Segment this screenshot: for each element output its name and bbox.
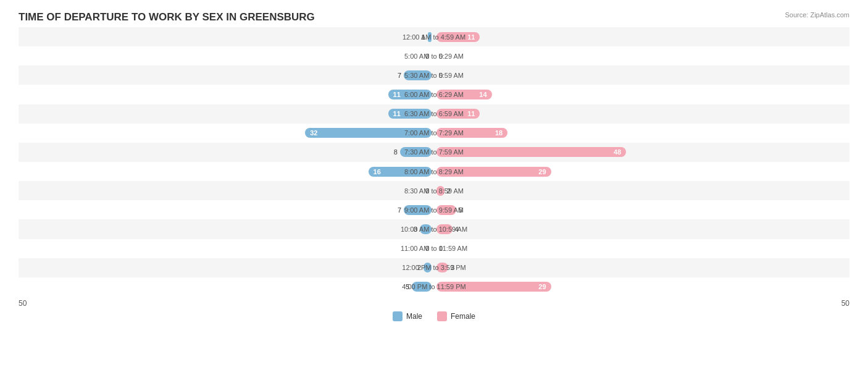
bar-row: 0 8:30 AM to 8:59 AM 2 (19, 181, 849, 200)
right-section: 4 (434, 219, 849, 238)
male-value: 7 (398, 72, 401, 79)
chart-title: TIME OF DEPARTURE TO WORK BY SEX IN GREE… (19, 11, 849, 23)
left-section: 2 (19, 258, 434, 277)
bar-row: 11 6:30 AM to 6:59 AM 11 (19, 104, 849, 124)
female-swatch (437, 311, 447, 321)
left-section: 0 (19, 239, 434, 258)
bar-row: 2 12:00 PM to 3:59 PM 3 (19, 258, 849, 277)
right-section: 48 (434, 143, 849, 162)
right-section: 11 (434, 104, 849, 124)
male-value: 32 (310, 129, 317, 137)
left-section: 7 (19, 200, 434, 219)
right-section: 0 (434, 239, 849, 258)
time-label: 11:00 AM to 11:59 AM (401, 245, 467, 252)
time-label: 7:30 AM to 7:59 AM (404, 148, 464, 156)
female-value: 48 (614, 148, 621, 156)
bar-row: 7 5:30 AM to 5:59 AM 0 (19, 65, 849, 85)
bar-row: 11 6:00 AM to 6:29 AM 14 (19, 85, 849, 104)
bar-row: 3 10:00 AM to 10:59 AM 4 (19, 219, 849, 238)
male-label: Male (406, 312, 422, 321)
left-section: 16 (19, 162, 434, 181)
right-section: 0 (434, 46, 849, 65)
right-section: 29 (434, 277, 849, 297)
time-label: 8:30 AM to 8:59 AM (404, 187, 464, 195)
left-section: 0 (19, 181, 434, 200)
time-label: 10:00 AM to 10:59 AM (401, 226, 467, 233)
bar-row: 8 7:30 AM to 7:59 AM 48 (19, 143, 849, 162)
right-section: 14 (434, 85, 849, 104)
legend-female: Female (437, 311, 475, 321)
bar-row: 7 9:00 AM to 9:59 AM 5 (19, 200, 849, 219)
time-label: 12:00 AM to 4:59 AM (403, 33, 465, 41)
male-value: 8 (394, 148, 398, 156)
bar-row: 0 5:00 AM to 5:29 AM 0 (19, 46, 849, 65)
right-section: 2 (434, 181, 849, 200)
time-label: 7:00 AM to 7:29 AM (404, 129, 464, 137)
right-section: 18 (434, 124, 849, 143)
time-label: 12:00 PM to 3:59 PM (402, 264, 465, 271)
right-section: 3 (434, 258, 849, 277)
axis-right-label: 50 (841, 299, 849, 308)
female-value: 29 (538, 283, 546, 290)
female-value: 11 (467, 33, 475, 41)
right-section: 0 (434, 65, 849, 85)
left-section: 32 (19, 124, 434, 143)
left-section: 8 (19, 143, 434, 162)
right-section: 5 (434, 200, 849, 219)
axis-left-label: 50 (19, 299, 27, 308)
bar-row: 16 8:00 AM to 8:29 AM 29 (19, 162, 849, 181)
female-label: Female (451, 312, 475, 321)
left-section: 5 (19, 277, 434, 297)
left-section: 11 (19, 85, 434, 104)
time-label: 9:00 AM to 9:59 AM (404, 206, 464, 214)
legend: Male Female (19, 311, 849, 321)
male-value: 11 (393, 110, 401, 117)
bar-row: 1 12:00 AM to 4:59 AM 11 (19, 27, 849, 46)
left-section: 3 (19, 219, 434, 238)
time-label: 6:00 AM to 6:29 AM (404, 91, 464, 98)
female-bar: 48 (436, 147, 626, 157)
female-value: 14 (479, 91, 486, 98)
right-section: 11 (434, 27, 849, 46)
legend-male: Male (393, 311, 422, 321)
bar-row: 0 11:00 AM to 11:59 AM 0 (19, 239, 849, 258)
female-value: 18 (495, 129, 503, 137)
time-label: 4:00 PM to 11:59 PM (402, 283, 465, 290)
left-section: 1 (19, 27, 434, 46)
female-value: 29 (538, 168, 546, 175)
male-value: 7 (398, 206, 401, 214)
bar-row: 5 4:00 PM to 11:59 PM 29 (19, 277, 849, 297)
left-section: 7 (19, 65, 434, 85)
source-text: Source: ZipAtlas.com (785, 11, 849, 19)
male-value: 16 (373, 168, 381, 175)
left-section: 0 (19, 46, 434, 65)
row-container: 1 12:00 AM to 4:59 AM 11 0 5:00 AM to 5:… (19, 27, 849, 297)
left-section: 11 (19, 104, 434, 124)
axis-bottom: 50 50 (19, 297, 849, 308)
time-label: 5:00 AM to 5:29 AM (404, 53, 464, 60)
male-swatch (393, 311, 403, 321)
female-value: 11 (467, 110, 475, 117)
bar-row: 32 7:00 AM to 7:29 AM 18 (19, 124, 849, 143)
right-section: 29 (434, 162, 849, 181)
time-label: 6:30 AM to 6:59 AM (404, 110, 464, 117)
chart-container: TIME OF DEPARTURE TO WORK BY SEX IN GREE… (0, 0, 868, 367)
time-label: 5:30 AM to 5:59 AM (404, 72, 464, 79)
chart-area: 1 12:00 AM to 4:59 AM 11 0 5:00 AM to 5:… (19, 27, 849, 315)
time-label: 8:00 AM to 8:29 AM (404, 168, 464, 175)
male-value: 11 (393, 91, 401, 98)
